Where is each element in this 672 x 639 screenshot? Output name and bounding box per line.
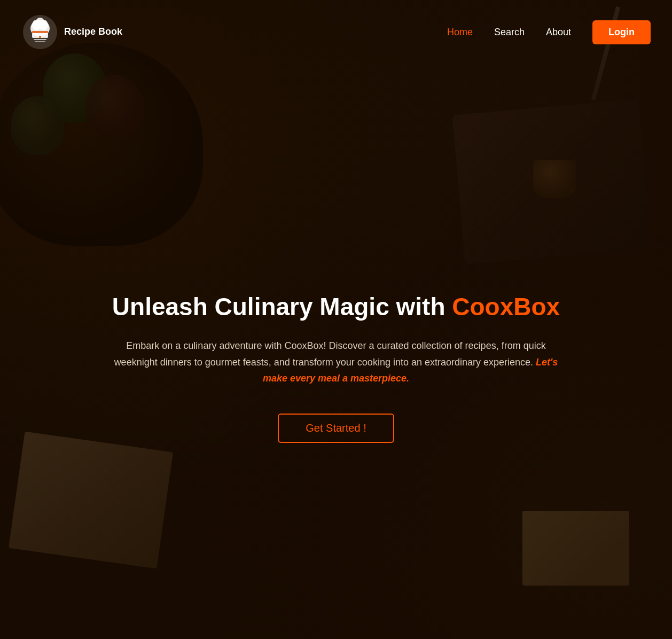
logo: Recipe Book	[21, 13, 122, 51]
svg-rect-9	[35, 41, 45, 42]
hero-content: Unleash Culinary Magic with CooxBox Emba…	[0, 96, 672, 639]
hero-description-text: Embark on a culinary adventure with Coox…	[114, 340, 546, 368]
logo-icon	[21, 13, 59, 51]
nav-links: Home Search About Login	[447, 20, 651, 44]
nav-home[interactable]: Home	[447, 27, 473, 38]
hero-description: Embark on a culinary adventure with Coox…	[109, 338, 563, 387]
nav-about[interactable]: About	[546, 27, 571, 38]
nav-search[interactable]: Search	[494, 27, 525, 38]
navbar: Recipe Book Home Search About Login	[0, 0, 672, 64]
svg-point-6	[39, 36, 41, 38]
svg-rect-8	[34, 39, 46, 40]
hero-title-part1: Unleash Culinary Magic with	[112, 293, 452, 321]
get-started-button[interactable]: Get Started !	[278, 414, 394, 443]
svg-point-5	[35, 18, 45, 29]
logo-text: Recipe Book	[64, 26, 122, 38]
login-button[interactable]: Login	[592, 20, 651, 44]
svg-rect-7	[32, 31, 48, 33]
hero-section: Recipe Book Home Search About Login Unle…	[0, 0, 672, 639]
hero-title: Unleash Culinary Magic with CooxBox	[112, 292, 560, 322]
hero-title-highlight: CooxBox	[452, 293, 560, 321]
